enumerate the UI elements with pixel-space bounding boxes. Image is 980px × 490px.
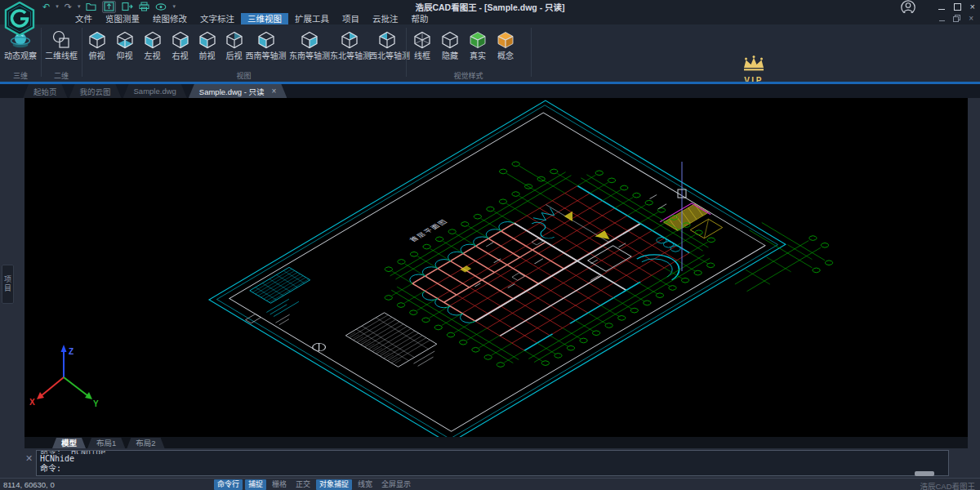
command-scrollbar-thumb[interactable]	[915, 471, 934, 476]
cube-bottom-icon	[111, 29, 138, 51]
ribbon-button-label: 东南等轴测	[289, 51, 330, 60]
ribbon-button-cube-nw-iso[interactable]: 西北等轴测	[369, 26, 405, 75]
open-folder-icon[interactable]	[86, 2, 96, 12]
document-tab-label: 我的云图	[80, 86, 111, 97]
doc-minimize-button[interactable]	[939, 15, 945, 22]
status-toggle-5[interactable]: 对象捕捉	[316, 479, 352, 490]
vip-crown-icon	[742, 56, 766, 72]
ribbon-button-cube-ne-iso[interactable]: 东北等轴测	[330, 26, 369, 75]
ribbon-button-cube-sw-iso[interactable]: 西南等轴测	[243, 26, 289, 75]
ribbon-button-cube-se-iso[interactable]: 东南等轴测	[289, 26, 330, 75]
sheet-group: 首层平面图	[209, 98, 847, 437]
layout-tab-bar: 模型布局1布局2	[24, 437, 968, 448]
ribbon-button-wireframe-2d[interactable]: 二维线框	[42, 26, 80, 75]
ribbon-button-cube-realistic[interactable]: 真实	[464, 26, 492, 75]
export-icon[interactable]	[122, 2, 133, 12]
cube-top-icon	[83, 29, 110, 51]
document-tab-4[interactable]: Sample.dwg - 只读×	[189, 84, 287, 98]
redo-icon[interactable]: ↷	[65, 2, 72, 12]
ribbon-button-cube-right[interactable]: 右视	[167, 26, 194, 75]
document-tab-3[interactable]: Sample.dwg	[123, 84, 187, 98]
cube-right-icon	[167, 29, 194, 51]
ribbon-button-label: 西北等轴测	[369, 51, 405, 60]
cube-realistic-icon	[464, 29, 492, 51]
cube-nw-iso-icon	[369, 29, 405, 51]
document-tab-1[interactable]: 起始页	[23, 84, 68, 98]
ribbon-group-divider	[82, 28, 82, 77]
ucs-y-label: Y	[93, 399, 99, 408]
command-window-close-icon[interactable]: ✕	[25, 454, 33, 463]
document-tab-label: Sample.dwg - 只读	[199, 86, 265, 97]
cube-se-iso-icon	[289, 29, 330, 51]
ribbon-group-divider	[531, 28, 532, 77]
menu-item-5[interactable]: 三维视图	[241, 13, 288, 24]
layout-tab-2[interactable]: 布局1	[87, 438, 125, 448]
ribbon-button-cube-left[interactable]: 左视	[139, 26, 166, 75]
redo-caret-icon[interactable]: ▾	[78, 2, 81, 12]
cube-sw-iso-icon	[243, 29, 289, 51]
document-tabs: 起始页我的云图Sample.dwgSample.dwg - 只读×	[23, 84, 287, 98]
ribbon-button-label: 东北等轴测	[330, 51, 369, 60]
menu-item-2[interactable]: 览图测量	[99, 13, 146, 24]
ribbon-group-label: 二维	[41, 70, 82, 81]
command-console[interactable]: 命令: _HCNhide HCNhide 命令:	[36, 450, 949, 476]
status-toggle-6[interactable]: 线宽	[354, 479, 376, 490]
menu-item-3[interactable]: 绘图修改	[146, 13, 194, 24]
ribbon-group-label: 三维	[0, 70, 41, 81]
print-icon[interactable]	[139, 2, 149, 12]
ribbon-button-cube-conceptual[interactable]: 概念	[492, 26, 519, 75]
doc-restore-button[interactable]	[953, 15, 960, 22]
ribbon-button-cube-bottom[interactable]: 仰视	[111, 26, 138, 75]
menu-item-4[interactable]: 文字标注	[194, 13, 241, 24]
ucs-axis-icon: ZXY	[29, 345, 99, 408]
doc-close-button[interactable]: ×	[969, 15, 973, 22]
ribbon-group-divider	[41, 28, 42, 77]
menu-item-7[interactable]: 项目	[336, 13, 366, 24]
app-watermark: 浩辰CAD看图王	[920, 480, 975, 490]
cube-conceptual-icon	[492, 29, 519, 51]
status-toggle-1[interactable]: 命令行	[214, 479, 243, 490]
command-prompt[interactable]: 命令:	[37, 464, 948, 474]
ribbon-button-cube-wireframe[interactable]: 线框	[408, 26, 436, 75]
ribbon-button-label: 隐藏	[436, 51, 464, 60]
menu-item-1[interactable]: 文件	[69, 13, 99, 24]
close-button[interactable]: ×	[970, 2, 975, 11]
view-settings-icon[interactable]	[155, 2, 167, 12]
ribbon-group-label: 视觉样式	[406, 70, 531, 81]
menu-item-6[interactable]: 扩展工具	[288, 13, 336, 24]
ucs-x-label: X	[29, 398, 35, 407]
vip-button[interactable]: VIP	[735, 56, 773, 85]
ribbon-button-cube-front[interactable]: 前视	[194, 26, 220, 75]
status-toggle-7[interactable]: 全屏显示	[378, 479, 414, 490]
project-panel-tab[interactable]: 项目	[2, 265, 14, 304]
tab-close-icon[interactable]: ×	[272, 87, 277, 96]
drawing-canvas[interactable]: 首层平面图ZXY	[24, 98, 968, 437]
layout-tab-3[interactable]: 布局2	[127, 438, 164, 448]
menu-bar: 文件览图测量绘图修改文字标注三维视图扩展工具项目云批注帮助 ×	[0, 13, 980, 24]
ribbon-button-label: 二维线框	[42, 51, 80, 60]
ribbon-button-label: 仰视	[111, 51, 138, 60]
document-tab-label: Sample.dwg	[134, 87, 176, 96]
ribbon-button-cube-hidden[interactable]: 隐藏	[436, 26, 464, 75]
document-window-controls: ×	[939, 15, 973, 22]
maximize-button[interactable]	[954, 2, 961, 11]
status-toggle-2[interactable]: 捕捉	[245, 479, 266, 490]
ribbon-toolbar: 动态观察三维二维线框二维俯视仰视左视右视前视后视西南等轴测东南等轴测东北等轴测西…	[0, 24, 980, 82]
undo-icon[interactable]: ↶	[42, 2, 50, 12]
menu-item-8[interactable]: 云批注	[366, 13, 405, 24]
layout-tab-1[interactable]: 模型	[52, 438, 86, 448]
minimize-button[interactable]	[938, 2, 945, 11]
app-logo-icon[interactable]	[3, 2, 36, 36]
document-tab-2[interactable]: 我的云图	[69, 84, 122, 98]
menu-item-9[interactable]: 帮助	[405, 13, 435, 24]
document-tab-label: 起始页	[33, 86, 57, 97]
cube-hidden-icon	[436, 29, 464, 51]
ribbon-button-cube-top[interactable]: 俯视	[83, 26, 110, 75]
toolbar-more-caret-icon[interactable]: ▾	[172, 2, 176, 12]
document-tab-bar: 起始页我的云图Sample.dwgSample.dwg - 只读×	[0, 84, 980, 98]
ribbon-button-label: 概念	[492, 51, 519, 60]
save-icon[interactable]	[102, 1, 116, 13]
status-toggle-4[interactable]: 正交	[292, 479, 314, 490]
status-toggle-3[interactable]: 栅格	[269, 479, 290, 490]
undo-caret-icon[interactable]: ▾	[56, 2, 59, 12]
